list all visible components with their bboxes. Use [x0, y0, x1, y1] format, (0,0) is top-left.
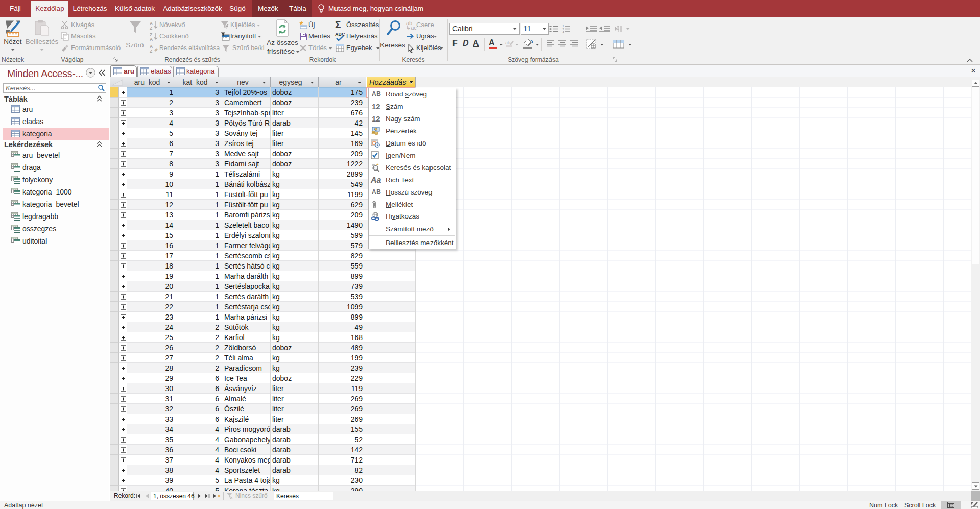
svg-text:Z: Z: [150, 49, 152, 53]
svg-text:A: A: [150, 37, 153, 41]
svg-text:3: 3: [563, 30, 564, 33]
svg-text:Z: Z: [150, 26, 152, 30]
svg-text:ab: ab: [505, 40, 510, 45]
